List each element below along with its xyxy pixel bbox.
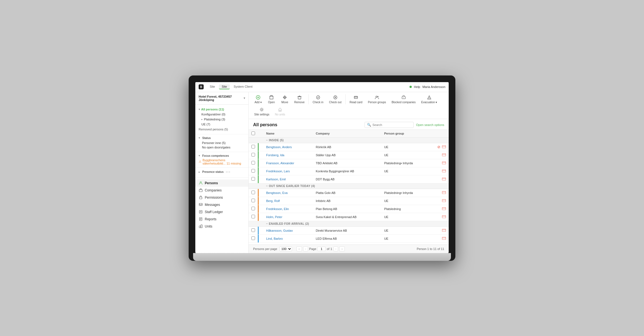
focus-label: ▾ Focus competences — [199, 154, 245, 157]
add-icon — [256, 95, 261, 100]
evacuation-button[interactable]: Evacuation ▾ — [419, 94, 439, 105]
table-row[interactable]: Bengtsson, Anders Rörkrök AB UE ⊘ — [249, 143, 449, 151]
row-name[interactable]: Fredriksson, Lars — [263, 167, 313, 175]
row-actions-cell — [432, 151, 449, 159]
nav-permissions[interactable]: Permissions — [195, 194, 248, 201]
row-checkbox[interactable] — [251, 161, 255, 165]
person-groups-button[interactable]: Person groups — [366, 94, 388, 105]
row-name[interactable]: Bengtsson, Anders — [263, 143, 313, 151]
table-row[interactable]: Karlsson, Emil DDT Bygg AB — [249, 175, 449, 183]
row-checkbox[interactable] — [251, 207, 255, 210]
row-checkbox[interactable] — [251, 191, 255, 194]
open-search-button[interactable]: Open search options — [416, 123, 444, 127]
tree-konfiguratorer[interactable]: Konfiguratörer (0) — [195, 112, 248, 117]
svg-rect-3 — [199, 197, 202, 199]
check-in-button[interactable]: Check in — [310, 94, 326, 105]
row-name[interactable]: Berg, Rolf — [263, 197, 313, 205]
nav-units[interactable]: Units — [195, 223, 248, 230]
nav-reports[interactable]: Reports — [195, 216, 248, 223]
row-indicator — [258, 175, 259, 183]
select-all-checkbox[interactable] — [251, 132, 255, 135]
read-card-button[interactable]: Read card — [347, 94, 365, 105]
site-selector[interactable]: Hotel Forest, 45723457 Jönköping ▾ — [195, 92, 248, 105]
row-checkbox[interactable] — [251, 169, 255, 173]
row-person-group: Platsledning — [381, 205, 432, 213]
svg-rect-36 — [442, 146, 446, 148]
row-name[interactable]: Karlsson, Emil — [263, 175, 313, 183]
row-name[interactable]: Holm, Peter — [263, 213, 313, 221]
group-collapse-icon[interactable]: − — [266, 139, 268, 142]
row-person-group: UE — [381, 167, 432, 175]
last-page-button[interactable]: » — [339, 246, 345, 251]
row-company: TBD Arkitekt AB — [313, 159, 381, 167]
row-checkbox[interactable] — [251, 215, 255, 218]
table-row[interactable]: Fredriksson, Elin Plan Betong AB Platsle… — [249, 205, 449, 213]
tab-site-1[interactable]: Site — [207, 84, 218, 89]
svg-rect-5 — [199, 211, 202, 213]
tab-site-2[interactable]: Site — [219, 84, 230, 89]
help-label[interactable]: Help — [414, 85, 420, 89]
table-row[interactable]: Lind, Barbro LED Elfirma AB UE — [249, 234, 449, 242]
tree-all-persons[interactable]: ▾ All persons (11) — [195, 107, 248, 112]
tree-ue[interactable]: UE (7) — [195, 122, 248, 127]
table-row[interactable]: Fransson, Alexander TBD Arkitekt AB Plat… — [249, 159, 449, 167]
presence-label: ▸ Presence status ··· — [199, 170, 245, 174]
toolbar-separator-2 — [345, 94, 346, 104]
row-name[interactable]: Håkansson, Gustav — [263, 226, 313, 234]
nav-companies[interactable]: Companies — [195, 187, 248, 194]
table-row[interactable]: Fredriksson, Lars Konkreta Byggingenjöre… — [249, 167, 449, 175]
row-checkbox[interactable] — [251, 199, 255, 202]
nav-persons[interactable]: Persons — [195, 180, 248, 187]
user-label[interactable]: Maria Andersson — [422, 85, 445, 89]
search-input[interactable] — [372, 123, 411, 127]
row-name[interactable]: Lind, Barbro — [263, 234, 313, 242]
site-settings-button[interactable]: Site settings — [252, 106, 271, 117]
row-checkbox[interactable] — [251, 177, 255, 181]
table-row[interactable]: Forsberg, Ida Ställer Upp AB UE — [249, 151, 449, 159]
persons-icon — [199, 181, 203, 185]
row-name[interactable]: Fredriksson, Elin — [263, 205, 313, 213]
group-collapse-icon[interactable]: − — [266, 185, 268, 187]
row-name[interactable]: Bengtsson, Eva — [263, 189, 313, 197]
per-page-select[interactable]: 100 50 25 — [279, 246, 292, 251]
per-page-label: Persons per page — [253, 247, 277, 251]
add-button[interactable]: Add ▾ — [252, 94, 264, 105]
table-row[interactable]: Bengtsson, Eva Platta Golv AB Platsledni… — [249, 189, 449, 197]
tree-removed[interactable]: Removed persons (5) — [195, 127, 248, 132]
svg-rect-50 — [442, 208, 446, 210]
tab-system-client[interactable]: System Client — [231, 84, 255, 89]
table-row[interactable]: Håkansson, Gustav Direkt Murarservice AB… — [249, 226, 449, 234]
page-input[interactable] — [317, 247, 326, 251]
row-checkbox[interactable] — [251, 228, 255, 232]
move-button[interactable]: Move — [279, 94, 291, 105]
row-name[interactable]: Fransson, Alexander — [263, 159, 313, 167]
blocked-companies-button[interactable]: Blocked companies — [389, 94, 418, 105]
table-row[interactable]: Berg, Rolf Infobric AB UE — [249, 197, 449, 205]
check-out-button[interactable]: Check out — [327, 94, 344, 105]
row-indicator — [258, 189, 259, 197]
row-company: Plan Betong AB — [313, 205, 381, 213]
tree-platsledning[interactable]: ▸ Platsledning (3) — [195, 117, 248, 122]
row-checkbox-cell — [249, 213, 258, 221]
row-company: Platta Golv AB — [313, 189, 381, 197]
nav-messages[interactable]: Messages — [195, 201, 248, 208]
nav-staff-ledger[interactable]: Staff Ledger — [195, 208, 248, 216]
open-button[interactable]: Open — [265, 94, 278, 105]
row-checkbox[interactable] — [251, 153, 255, 156]
table-row[interactable]: Holm, Peter Svea Kakel & Entreprenad AB … — [249, 213, 449, 221]
first-page-button[interactable]: « — [296, 246, 302, 251]
remove-button[interactable]: Remove — [292, 94, 307, 105]
row-checkbox-cell — [249, 205, 258, 213]
staff-ledger-icon — [199, 210, 203, 214]
focus-warning[interactable]: ⚠ Byggbranschens säkerhetsutbild... 11 m… — [199, 158, 245, 165]
svg-rect-38 — [442, 154, 446, 156]
no-units-button[interactable]: No units — [273, 106, 287, 117]
group-collapse-icon[interactable]: − — [266, 222, 268, 225]
prev-page-button[interactable]: ‹ — [303, 246, 308, 251]
svg-rect-46 — [442, 191, 446, 194]
row-checkbox[interactable] — [251, 236, 255, 240]
row-checkbox[interactable] — [251, 145, 255, 148]
next-page-button[interactable]: › — [333, 246, 338, 251]
indicator-cell — [258, 226, 263, 234]
row-name[interactable]: Forsberg, Ida — [263, 151, 313, 159]
